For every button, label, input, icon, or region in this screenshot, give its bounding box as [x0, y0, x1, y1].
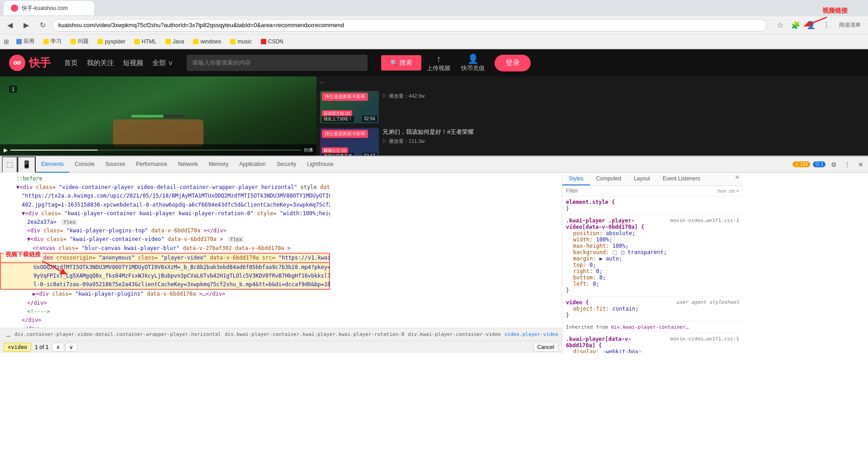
side-video-item-1[interactable]: 持位道选奥斯卡影帝 还成晨文姐 (2) 我在上了好哇！ 02:56 ▷ 播放量：…: [316, 89, 868, 125]
close-devtools-button[interactable]: ✕: [855, 159, 866, 170]
search-button[interactable]: 🔍 搜索: [381, 55, 421, 71]
nav-short[interactable]: 短视频: [123, 59, 143, 67]
play-icon[interactable]: ▶: [4, 147, 8, 153]
html-line-before: ::before: [0, 175, 330, 183]
tab-styles[interactable]: Styles: [562, 173, 590, 185]
tab-application[interactable]: Application: [234, 156, 271, 173]
address-bar[interactable]: 视频链接: [52, 19, 767, 32]
css-rule-element-style: element.style { }: [562, 196, 743, 215]
tab-network[interactable]: Network: [173, 156, 203, 173]
inspect-icon-btn[interactable]: ⬚: [2, 156, 18, 173]
css-rule-inherited: Inherited from div.kwai-player-container…: [562, 321, 743, 333]
nav-bar: ◀ ▶ ↻ 视频链接 ☆ 🧩 👤 ⋮ 阅读清单: [0, 16, 868, 34]
bookmark-study[interactable]: 学习: [40, 37, 65, 46]
bookmark-question[interactable]: 问题: [67, 37, 92, 46]
browser-chrome: 快手-kuaishou.com ◀ ▶ ↻ 视频链接 ☆ 🧩 👤: [0, 0, 868, 49]
nav-all[interactable]: 全部 ∨: [152, 59, 173, 67]
tab-lighthouse[interactable]: Lighthouse: [302, 156, 339, 173]
coin-button[interactable]: 👤 快币充值: [456, 53, 490, 72]
html-line-plugins-top[interactable]: <div class= "kwai-player-plugins-top" da…: [0, 226, 330, 235]
video-area: 1 ▶ 仿佛 ···: [0, 76, 868, 156]
html-line-kwai-container[interactable]: ▼<div class= "kwai-player-container kwai…: [0, 209, 330, 218]
vertical-dots-icon[interactable]: ⋮: [842, 159, 853, 170]
progress-bar-bg[interactable]: [10, 150, 301, 151]
game-bg: 1 ▶ 仿佛: [0, 76, 316, 156]
bookmark-html[interactable]: HTML: [131, 38, 160, 46]
upload-button[interactable]: ↑ 上传视频: [421, 54, 456, 72]
forward-button[interactable]: ▶: [20, 19, 33, 32]
mobile-icon-btn[interactable]: 📱: [18, 156, 36, 173]
bookmark-pyspider[interactable]: pyspider: [94, 38, 129, 46]
side-views-1: ▷ 播放量：442.9w: [382, 93, 864, 99]
side-video-item-2[interactable]: 持位道选奥斯卡影帝 麟颜公主 (3) 美丽出招是不是 02:47 兄弟们，我该如…: [316, 126, 868, 156]
refresh-button[interactable]: ↻: [36, 19, 49, 32]
tab-performance[interactable]: Performance: [131, 156, 173, 173]
search-next-button[interactable]: ∨: [65, 343, 77, 352]
html-line-container-video[interactable]: ▼<div class= "kwai-player-container-vide…: [0, 235, 330, 244]
html-line-plugins[interactable]: ▶<div class= "kwai-player-plugins" data-…: [0, 290, 330, 298]
back-button[interactable]: ◀: [4, 19, 16, 32]
search-placeholder: 请输入你要搜索的内容: [192, 59, 251, 67]
bc-item-2[interactable]: div.kwai-player-container.kwai-player.kw…: [225, 331, 404, 337]
download-arrow: [40, 259, 76, 278]
html-line-div1[interactable]: ▼<div class= "video-container-player vid…: [0, 183, 330, 192]
side-videos: ··· 持位道选奥斯卡影帝 还成晨文姐 (2) 我在上了好哇！ 02:56 ▷ …: [316, 76, 868, 156]
search-tag[interactable]: <video: [4, 343, 31, 352]
three-dots-icon[interactable]: …: [4, 331, 13, 338]
video-controls[interactable]: ▶ 仿佛: [0, 144, 316, 156]
bookmark-button[interactable]: ☆: [774, 19, 787, 32]
tab-sources[interactable]: Sources: [100, 156, 131, 173]
html-line-close-div3: </div>: [0, 325, 330, 328]
side-duration-2: 02:47: [362, 153, 377, 156]
site-header: 快手 首页 我的关注 短视频 全部 ∨ 请输入你要搜索的内容 🔍 搜索 ↑ 上传…: [0, 49, 868, 76]
bookmark-music[interactable]: music: [226, 38, 255, 46]
logo-icon: [9, 55, 25, 71]
tab-security[interactable]: Security: [271, 156, 302, 173]
login-button[interactable]: 登录: [495, 55, 531, 71]
nav-following[interactable]: 我的关注: [87, 59, 114, 67]
html-line-canvas[interactable]: <canvas class= "blur-canvas kwai-player-…: [0, 244, 330, 253]
bookmark-icon: [134, 39, 140, 44]
css-rule-kwai-player: .kwai-player .player- movie-video…ae1f1.…: [562, 215, 743, 297]
bookmark-bar: ⊞ 应用 学习 问题 pyspider HTML Java windows: [0, 34, 868, 49]
filter-pseudo[interactable]: :hov .cls +: [717, 188, 739, 193]
site-logo[interactable]: 快手: [9, 55, 51, 71]
time-display: 仿佛: [304, 147, 313, 153]
bookmark-csdn[interactable]: CSDN: [257, 38, 287, 46]
thumb-badge-2: 美丽出招是不是: [322, 153, 354, 156]
tab-layout[interactable]: Layout: [627, 173, 656, 185]
bc-item-4[interactable]: video.player-video: [505, 331, 558, 337]
tab-memory[interactable]: Memory: [203, 156, 234, 173]
bc-item-1[interactable]: div.container-player.video-detail-contai…: [14, 331, 221, 337]
styles-panel: Styles Computed Layout Event Listeners »…: [562, 173, 743, 353]
arrow-svg: [795, 15, 831, 28]
tab-event-listeners[interactable]: Event Listeners: [656, 173, 707, 185]
html-line-flex1: 2ea2a37a> flex: [0, 218, 330, 226]
video-player[interactable]: 1 ▶ 仿佛: [0, 76, 316, 156]
tab-computed[interactable]: Computed: [590, 173, 627, 185]
color-swatch[interactable]: [613, 250, 617, 255]
apps-icon[interactable]: ⊞: [4, 38, 9, 45]
nav-home[interactable]: 首页: [64, 59, 78, 67]
cancel-button[interactable]: Cancel: [533, 343, 558, 352]
search-prev-button[interactable]: ∧: [52, 343, 64, 352]
css-rule-kwai-player2: .kwai-player[data-v- movie-video…ae1f1.c…: [562, 333, 743, 353]
bookmark-java[interactable]: Java: [162, 38, 188, 46]
video-link-annotation: 视频链接: [822, 7, 848, 15]
styles-more-icon[interactable]: »: [731, 173, 743, 185]
health-bar: [131, 115, 164, 118]
svg-point-2: [14, 62, 16, 64]
bc-item-3[interactable]: div.kwai-player-container-video: [408, 331, 500, 337]
devtools-body: 视频下载链接 ::before ▼<div class= "vide: [0, 173, 868, 353]
settings-icon[interactable]: ⚙: [828, 159, 839, 170]
bookmark-windows[interactable]: windows: [189, 38, 225, 46]
html-line-close-div2: </div>: [0, 316, 330, 325]
url-input[interactable]: [58, 22, 761, 28]
side-header: ···: [316, 76, 868, 88]
tab-console[interactable]: Console: [69, 156, 100, 173]
filter-input[interactable]: [566, 188, 715, 194]
browser-tab[interactable]: 快手-kuaishou.com: [4, 1, 94, 15]
bookmark-apps[interactable]: 应用: [13, 37, 38, 46]
reader-mode[interactable]: 阅读清单: [835, 19, 864, 32]
tab-elements[interactable]: Elements: [36, 156, 69, 173]
